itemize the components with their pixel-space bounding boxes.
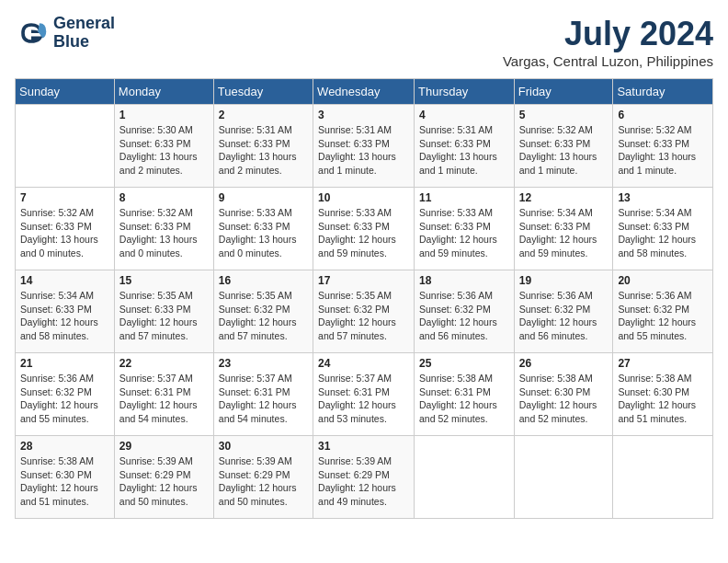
cell-details: Sunrise: 5:32 AM Sunset: 6:33 PM Dayligh…	[519, 123, 609, 178]
day-number: 17	[318, 274, 409, 287]
calendar-cell: 13Sunrise: 5:34 AM Sunset: 6:33 PM Dayli…	[613, 188, 713, 270]
logo-icon	[15, 17, 48, 50]
calendar-cell: 3Sunrise: 5:31 AM Sunset: 6:33 PM Daylig…	[313, 105, 415, 188]
calendar-week-row: 14Sunrise: 5:34 AM Sunset: 6:33 PM Dayli…	[16, 270, 713, 353]
logo: General Blue	[15, 15, 115, 52]
calendar-cell: 19Sunrise: 5:36 AM Sunset: 6:32 PM Dayli…	[514, 270, 613, 353]
cell-details: Sunrise: 5:34 AM Sunset: 6:33 PM Dayligh…	[519, 206, 609, 260]
page-header: General Blue July 2024 Vargas, Central L…	[15, 15, 713, 69]
day-number: 19	[519, 274, 609, 287]
calendar-cell	[415, 436, 515, 519]
cell-details: Sunrise: 5:36 AM Sunset: 6:32 PM Dayligh…	[519, 289, 609, 343]
cell-details: Sunrise: 5:39 AM Sunset: 6:29 PM Dayligh…	[219, 454, 308, 509]
calendar-cell: 8Sunrise: 5:32 AM Sunset: 6:33 PM Daylig…	[114, 188, 213, 270]
weekday-header-row: SundayMondayTuesdayWednesdayThursdayFrid…	[16, 79, 713, 105]
calendar-cell: 28Sunrise: 5:38 AM Sunset: 6:30 PM Dayli…	[16, 436, 115, 519]
calendar-cell: 29Sunrise: 5:39 AM Sunset: 6:29 PM Dayli…	[114, 436, 213, 519]
day-number: 1	[119, 109, 209, 121]
logo-text: General Blue	[53, 15, 115, 52]
cell-details: Sunrise: 5:31 AM Sunset: 6:33 PM Dayligh…	[419, 123, 509, 178]
day-number: 21	[20, 357, 109, 370]
calendar-cell: 24Sunrise: 5:37 AM Sunset: 6:31 PM Dayli…	[313, 353, 415, 436]
day-number: 3	[318, 109, 409, 121]
cell-details: Sunrise: 5:37 AM Sunset: 6:31 PM Dayligh…	[318, 372, 409, 426]
calendar-cell	[613, 436, 713, 519]
cell-details: Sunrise: 5:31 AM Sunset: 6:33 PM Dayligh…	[219, 123, 308, 178]
cell-details: Sunrise: 5:37 AM Sunset: 6:31 PM Dayligh…	[119, 372, 209, 426]
calendar-cell: 12Sunrise: 5:34 AM Sunset: 6:33 PM Dayli…	[514, 188, 613, 270]
day-number: 15	[119, 274, 209, 287]
day-number: 12	[519, 191, 609, 204]
calendar-cell: 4Sunrise: 5:31 AM Sunset: 6:33 PM Daylig…	[415, 105, 515, 188]
calendar-cell: 20Sunrise: 5:36 AM Sunset: 6:32 PM Dayli…	[613, 270, 713, 353]
day-number: 8	[119, 191, 209, 204]
day-number: 18	[419, 274, 509, 287]
day-number: 10	[318, 191, 409, 204]
cell-details: Sunrise: 5:35 AM Sunset: 6:32 PM Dayligh…	[219, 289, 308, 343]
cell-details: Sunrise: 5:36 AM Sunset: 6:32 PM Dayligh…	[419, 289, 509, 343]
calendar-cell: 11Sunrise: 5:33 AM Sunset: 6:33 PM Dayli…	[415, 188, 515, 270]
cell-details: Sunrise: 5:34 AM Sunset: 6:33 PM Dayligh…	[20, 289, 109, 343]
calendar-cell: 18Sunrise: 5:36 AM Sunset: 6:32 PM Dayli…	[415, 270, 515, 353]
weekday-header: Sunday	[16, 79, 115, 105]
weekday-header: Saturday	[613, 79, 713, 105]
weekday-header: Thursday	[415, 79, 515, 105]
calendar-cell: 5Sunrise: 5:32 AM Sunset: 6:33 PM Daylig…	[514, 105, 613, 188]
day-number: 4	[419, 109, 509, 121]
day-number: 30	[219, 440, 308, 453]
cell-details: Sunrise: 5:37 AM Sunset: 6:31 PM Dayligh…	[219, 372, 308, 426]
calendar-cell: 7Sunrise: 5:32 AM Sunset: 6:33 PM Daylig…	[16, 188, 115, 270]
calendar-cell	[514, 436, 613, 519]
calendar-cell: 10Sunrise: 5:33 AM Sunset: 6:33 PM Dayli…	[313, 188, 415, 270]
cell-details: Sunrise: 5:36 AM Sunset: 6:32 PM Dayligh…	[20, 372, 109, 426]
calendar-cell: 2Sunrise: 5:31 AM Sunset: 6:33 PM Daylig…	[213, 105, 313, 188]
cell-details: Sunrise: 5:33 AM Sunset: 6:33 PM Dayligh…	[318, 206, 409, 260]
cell-details: Sunrise: 5:32 AM Sunset: 6:33 PM Dayligh…	[618, 123, 708, 178]
cell-details: Sunrise: 5:32 AM Sunset: 6:33 PM Dayligh…	[20, 206, 109, 260]
weekday-header: Tuesday	[213, 79, 313, 105]
day-number: 27	[618, 357, 708, 370]
day-number: 9	[219, 191, 308, 204]
calendar-week-row: 28Sunrise: 5:38 AM Sunset: 6:30 PM Dayli…	[16, 436, 713, 519]
calendar-cell: 15Sunrise: 5:35 AM Sunset: 6:33 PM Dayli…	[114, 270, 213, 353]
day-number: 23	[219, 357, 308, 370]
day-number: 5	[519, 109, 609, 121]
cell-details: Sunrise: 5:35 AM Sunset: 6:32 PM Dayligh…	[318, 289, 409, 343]
day-number: 2	[219, 109, 308, 121]
weekday-header: Wednesday	[313, 79, 415, 105]
day-number: 6	[618, 109, 708, 121]
cell-details: Sunrise: 5:36 AM Sunset: 6:32 PM Dayligh…	[618, 289, 708, 343]
calendar-table: SundayMondayTuesdayWednesdayThursdayFrid…	[15, 78, 713, 519]
cell-details: Sunrise: 5:38 AM Sunset: 6:31 PM Dayligh…	[419, 372, 509, 426]
cell-details: Sunrise: 5:38 AM Sunset: 6:30 PM Dayligh…	[20, 454, 109, 509]
cell-details: Sunrise: 5:33 AM Sunset: 6:33 PM Dayligh…	[219, 206, 308, 260]
day-number: 7	[20, 191, 109, 204]
cell-details: Sunrise: 5:39 AM Sunset: 6:29 PM Dayligh…	[318, 454, 409, 509]
calendar-cell: 1Sunrise: 5:30 AM Sunset: 6:33 PM Daylig…	[114, 105, 213, 188]
calendar-cell: 22Sunrise: 5:37 AM Sunset: 6:31 PM Dayli…	[114, 353, 213, 436]
day-number: 22	[119, 357, 209, 370]
calendar-cell: 26Sunrise: 5:38 AM Sunset: 6:30 PM Dayli…	[514, 353, 613, 436]
cell-details: Sunrise: 5:32 AM Sunset: 6:33 PM Dayligh…	[119, 206, 209, 260]
calendar-cell: 14Sunrise: 5:34 AM Sunset: 6:33 PM Dayli…	[16, 270, 115, 353]
title-block: July 2024 Vargas, Central Luzon, Philipp…	[503, 15, 713, 69]
cell-details: Sunrise: 5:33 AM Sunset: 6:33 PM Dayligh…	[419, 206, 509, 260]
calendar-cell: 25Sunrise: 5:38 AM Sunset: 6:31 PM Dayli…	[415, 353, 515, 436]
day-number: 24	[318, 357, 409, 370]
day-number: 20	[618, 274, 708, 287]
calendar-cell	[16, 105, 115, 188]
day-number: 13	[618, 191, 708, 204]
day-number: 26	[519, 357, 609, 370]
month-title: July 2024	[503, 15, 713, 53]
calendar-week-row: 21Sunrise: 5:36 AM Sunset: 6:32 PM Dayli…	[16, 353, 713, 436]
calendar-cell: 21Sunrise: 5:36 AM Sunset: 6:32 PM Dayli…	[16, 353, 115, 436]
cell-details: Sunrise: 5:39 AM Sunset: 6:29 PM Dayligh…	[119, 454, 209, 509]
day-number: 28	[20, 440, 109, 453]
weekday-header: Monday	[114, 79, 213, 105]
cell-details: Sunrise: 5:38 AM Sunset: 6:30 PM Dayligh…	[618, 372, 708, 426]
cell-details: Sunrise: 5:30 AM Sunset: 6:33 PM Dayligh…	[119, 123, 209, 178]
day-number: 14	[20, 274, 109, 287]
cell-details: Sunrise: 5:34 AM Sunset: 6:33 PM Dayligh…	[618, 206, 708, 260]
cell-details: Sunrise: 5:38 AM Sunset: 6:30 PM Dayligh…	[519, 372, 609, 426]
location: Vargas, Central Luzon, Philippines	[503, 53, 713, 69]
